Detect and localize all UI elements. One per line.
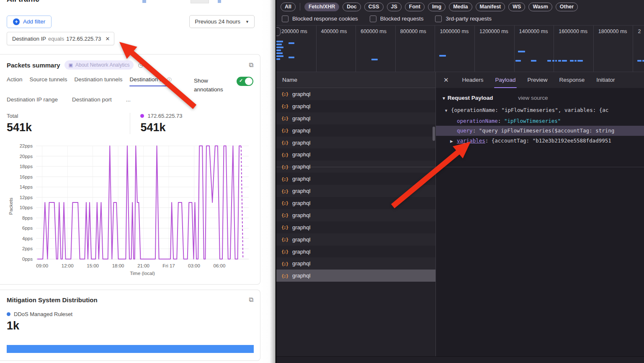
filter-pill-ws[interactable]: WS bbox=[508, 3, 525, 11]
payload-summary-line[interactable]: ▼{operationName: "ipFlowTimeseries", var… bbox=[436, 105, 644, 116]
svg-text:12pps: 12pps bbox=[20, 195, 33, 200]
checkbox-blocked-response-cookies[interactable]: Blocked response cookies bbox=[282, 16, 358, 22]
about-network-analytics-badge[interactable]: ▣ About Network Analytics bbox=[64, 60, 134, 70]
request-row[interactable]: {;}graphql bbox=[276, 88, 435, 100]
mitigation-legend: DDoS Managed Ruleset bbox=[7, 311, 253, 317]
expand-copy-icon[interactable]: ⧉ bbox=[249, 296, 253, 303]
close-icon[interactable]: ✕ bbox=[443, 76, 449, 84]
payload-kv-line[interactable]: ▶variables: {accountTag: "b12e3b2192ee55… bbox=[436, 136, 644, 147]
devtools-statusbar bbox=[276, 356, 644, 363]
detail-tab-preview[interactable]: Preview bbox=[527, 72, 547, 88]
history-clock-icon[interactable]: ◷ bbox=[138, 62, 143, 68]
filter-pill-other[interactable]: Other bbox=[556, 3, 578, 11]
checkbox-box[interactable] bbox=[282, 16, 289, 22]
svg-text:2pps: 2pps bbox=[22, 246, 33, 251]
detail-tab-headers[interactable]: Headers bbox=[462, 72, 484, 88]
filter-chip[interactable]: Destination IP equals 172.65.225.73 ✕ bbox=[7, 32, 114, 45]
add-filter-label: Add filter bbox=[23, 18, 45, 25]
collapse-triangle-icon[interactable]: ▼ bbox=[442, 96, 446, 101]
remove-filter-icon[interactable]: ✕ bbox=[105, 36, 110, 42]
timeline-tick-label: 1800000 ms bbox=[598, 29, 627, 34]
filter-pill-doc[interactable]: Doc bbox=[343, 3, 361, 11]
scrollbar-thumb[interactable] bbox=[433, 127, 435, 141]
annotations-toggle[interactable]: ✓ bbox=[237, 77, 253, 86]
request-name: graphql bbox=[292, 188, 310, 194]
payload-key[interactable]: operationName bbox=[457, 118, 498, 124]
detail-tab-initiator[interactable]: Initiator bbox=[596, 72, 615, 88]
distribution-bar bbox=[7, 345, 254, 353]
filter-pill-css[interactable]: CSS bbox=[364, 3, 384, 11]
filter-pill-js[interactable]: JS bbox=[387, 3, 402, 11]
timeline-gridline bbox=[633, 26, 633, 72]
tab-destination-ip[interactable]: Destination IPⓘ bbox=[129, 76, 172, 86]
request-row[interactable]: {;}graphql bbox=[276, 197, 435, 209]
svg-text:03:00: 03:00 bbox=[188, 263, 200, 268]
request-row[interactable]: {;}graphql bbox=[276, 221, 435, 233]
timeline-request-mark bbox=[558, 60, 561, 62]
timeline-tick-label: 1400000 ms bbox=[519, 29, 548, 34]
request-row[interactable]: {;}graphql bbox=[276, 137, 435, 149]
request-row[interactable]: {;}graphql bbox=[276, 100, 435, 112]
show-annotations-label: Show annotations bbox=[194, 76, 231, 94]
timeline-request-mark bbox=[552, 60, 554, 62]
filter-pill-fetch-xhr[interactable]: Fetch/XHR bbox=[304, 3, 339, 11]
checkbox-label: 3rd-party requests bbox=[446, 16, 492, 22]
expand-triangle-icon[interactable]: ▶ bbox=[450, 137, 457, 147]
network-filter-pills: AllFetch/XHRDocCSSJSFontImgMediaManifest… bbox=[276, 0, 644, 12]
detail-tab-payload[interactable]: Payload bbox=[495, 72, 516, 88]
payload-kv-line[interactable]: query: "query ipFlowTimeseries($accountT… bbox=[436, 126, 644, 136]
request-name: graphql bbox=[292, 272, 310, 279]
json-braces-icon: {;} bbox=[281, 91, 288, 96]
payload-key[interactable]: query bbox=[457, 127, 473, 134]
request-row[interactable]: {;}graphql bbox=[276, 233, 435, 246]
svg-text:16pps: 16pps bbox=[20, 174, 33, 179]
svg-text:Time (local): Time (local) bbox=[130, 271, 155, 276]
request-row[interactable]: {;}graphql bbox=[276, 246, 435, 258]
request-row[interactable]: {;}graphql bbox=[276, 209, 435, 221]
checkbox-3rd-party-requests[interactable]: 3rd-party requests bbox=[435, 16, 492, 22]
request-row[interactable]: {;}graphql bbox=[276, 148, 435, 161]
payload-kv-line[interactable]: operationName: "ipFlowTimeseries" bbox=[436, 116, 644, 126]
collapse-triangle-icon[interactable]: ▼ bbox=[444, 106, 451, 116]
json-braces-icon: {;} bbox=[281, 164, 288, 169]
column-header-name[interactable]: Name bbox=[276, 72, 435, 88]
request-row[interactable]: {;}graphql bbox=[276, 185, 435, 197]
checkbox-blocked-requests[interactable]: Blocked requests bbox=[370, 16, 424, 22]
tab-destination-tunnels[interactable]: Destination tunnels bbox=[75, 76, 123, 86]
filter-pill-font[interactable]: Font bbox=[405, 3, 425, 11]
toggle-knob bbox=[245, 78, 252, 85]
payload-key[interactable]: variables bbox=[457, 137, 485, 144]
request-row[interactable]: {;}graphql bbox=[276, 124, 435, 137]
filter-pill-all[interactable]: All bbox=[281, 3, 296, 11]
show-annotations-control: Show annotations ✓ bbox=[194, 76, 253, 94]
filter-pill-manifest[interactable]: Manifest bbox=[476, 3, 505, 11]
view-source-link[interactable]: view source bbox=[518, 95, 548, 101]
filter-pill-img[interactable]: Img bbox=[428, 3, 446, 11]
timeline-request-mark bbox=[276, 41, 283, 42]
detail-tab-response[interactable]: Response bbox=[559, 72, 585, 88]
tab-source-tunnels[interactable]: Source tunnels bbox=[30, 76, 67, 86]
add-filter-button[interactable]: + Add filter bbox=[7, 16, 52, 28]
network-overview-timeline[interactable]: 200000 ms400000 ms600000 ms800000 ms1000… bbox=[276, 26, 644, 72]
checkbox-label: Blocked requests bbox=[380, 16, 424, 22]
request-row[interactable]: {;}graphql bbox=[276, 270, 435, 282]
expand-copy-icon[interactable]: ⧉ bbox=[249, 61, 253, 69]
timeline-tick-label: 1600000 ms bbox=[559, 29, 587, 34]
time-range-dropdown[interactable]: Previous 24 hours ▼ bbox=[189, 15, 255, 28]
request-row[interactable]: {;}graphql bbox=[276, 112, 435, 124]
request-row[interactable]: {;}graphql bbox=[276, 161, 435, 173]
json-braces-icon: {;} bbox=[281, 104, 288, 109]
filter-pill-media[interactable]: Media bbox=[449, 3, 472, 11]
request-row[interactable]: {;}graphql bbox=[276, 173, 435, 185]
colon: : bbox=[485, 137, 492, 144]
request-row[interactable]: {;}graphql bbox=[276, 257, 435, 270]
series-dot bbox=[140, 114, 144, 118]
checkbox-box[interactable] bbox=[370, 16, 376, 22]
filter-pill-wasm[interactable]: Wasm bbox=[528, 3, 552, 11]
tab-action[interactable]: Action bbox=[7, 76, 23, 86]
tab-destination-port[interactable]: Destination port bbox=[72, 96, 112, 103]
tab-[interactable]: ... bbox=[126, 96, 131, 103]
checkbox-box[interactable] bbox=[435, 16, 442, 22]
request-payload-header: ▼ Request Payload view source bbox=[436, 91, 644, 105]
tab-destination-ip-range[interactable]: Destination IP range bbox=[7, 96, 58, 103]
